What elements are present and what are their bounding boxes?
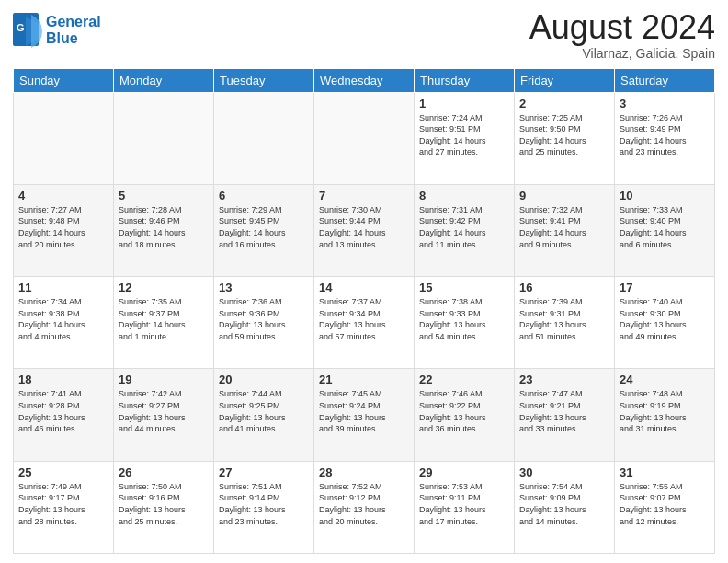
calendar-cell: 7Sunrise: 7:30 AM Sunset: 9:44 PM Daylig… — [314, 184, 415, 276]
day-number: 5 — [119, 189, 209, 202]
page-header: G General Blue August 2024 Vilarnaz, Gal… — [13, 9, 715, 61]
day-info: Sunrise: 7:42 AM Sunset: 9:27 PM Dayligh… — [119, 388, 209, 434]
calendar-cell: 4Sunrise: 7:27 AM Sunset: 9:48 PM Daylig… — [14, 184, 114, 276]
day-info: Sunrise: 7:44 AM Sunset: 9:25 PM Dayligh… — [219, 388, 309, 434]
calendar-cell: 31Sunrise: 7:55 AM Sunset: 9:07 PM Dayli… — [615, 461, 715, 553]
day-info: Sunrise: 7:34 AM Sunset: 9:38 PM Dayligh… — [18, 296, 108, 342]
day-number: 21 — [319, 373, 409, 386]
day-info: Sunrise: 7:32 AM Sunset: 9:41 PM Dayligh… — [519, 204, 609, 250]
day-number: 14 — [319, 281, 409, 294]
header-monday: Monday — [114, 68, 214, 92]
day-number: 23 — [519, 373, 609, 386]
calendar-cell: 23Sunrise: 7:47 AM Sunset: 9:21 PM Dayli… — [515, 369, 615, 461]
day-number: 22 — [419, 373, 509, 386]
day-number: 7 — [319, 189, 409, 202]
day-number: 19 — [119, 373, 209, 386]
day-number: 26 — [119, 465, 209, 479]
day-info: Sunrise: 7:50 AM Sunset: 9:16 PM Dayligh… — [119, 481, 209, 527]
day-number: 4 — [18, 189, 108, 202]
calendar-cell: 16Sunrise: 7:39 AM Sunset: 9:31 PM Dayli… — [515, 277, 615, 369]
calendar-cell: 6Sunrise: 7:29 AM Sunset: 9:45 PM Daylig… — [214, 184, 314, 276]
day-number: 16 — [519, 281, 609, 294]
calendar-cell: 25Sunrise: 7:49 AM Sunset: 9:17 PM Dayli… — [14, 461, 114, 553]
day-number: 10 — [620, 189, 710, 202]
day-info: Sunrise: 7:24 AM Sunset: 9:51 PM Dayligh… — [419, 112, 509, 158]
calendar-cell — [214, 92, 314, 184]
calendar-cell: 15Sunrise: 7:38 AM Sunset: 9:33 PM Dayli… — [415, 277, 515, 369]
day-info: Sunrise: 7:35 AM Sunset: 9:37 PM Dayligh… — [119, 296, 209, 342]
header-thursday: Thursday — [415, 68, 515, 92]
header-sunday: Sunday — [14, 68, 114, 92]
day-number: 2 — [519, 97, 609, 110]
calendar-cell: 1Sunrise: 7:24 AM Sunset: 9:51 PM Daylig… — [415, 92, 515, 184]
calendar-cell: 29Sunrise: 7:53 AM Sunset: 9:11 PM Dayli… — [415, 461, 515, 553]
day-number: 6 — [219, 189, 309, 202]
header-saturday: Saturday — [615, 68, 715, 92]
day-info: Sunrise: 7:37 AM Sunset: 9:34 PM Dayligh… — [319, 296, 409, 342]
calendar-cell: 28Sunrise: 7:52 AM Sunset: 9:12 PM Dayli… — [314, 461, 415, 553]
header-row: SundayMondayTuesdayWednesdayThursdayFrid… — [14, 68, 715, 92]
day-info: Sunrise: 7:33 AM Sunset: 9:40 PM Dayligh… — [620, 204, 710, 250]
header-friday: Friday — [515, 68, 615, 92]
calendar-cell: 12Sunrise: 7:35 AM Sunset: 9:37 PM Dayli… — [114, 277, 214, 369]
week-row-5: 25Sunrise: 7:49 AM Sunset: 9:17 PM Dayli… — [14, 461, 715, 553]
calendar-cell: 8Sunrise: 7:31 AM Sunset: 9:42 PM Daylig… — [415, 184, 515, 276]
calendar-cell: 24Sunrise: 7:48 AM Sunset: 9:19 PM Dayli… — [615, 369, 715, 461]
calendar-cell: 17Sunrise: 7:40 AM Sunset: 9:30 PM Dayli… — [615, 277, 715, 369]
calendar-cell: 26Sunrise: 7:50 AM Sunset: 9:16 PM Dayli… — [114, 461, 214, 553]
day-info: Sunrise: 7:29 AM Sunset: 9:45 PM Dayligh… — [219, 204, 309, 250]
day-info: Sunrise: 7:30 AM Sunset: 9:44 PM Dayligh… — [319, 204, 409, 250]
day-info: Sunrise: 7:28 AM Sunset: 9:46 PM Dayligh… — [119, 204, 209, 250]
day-info: Sunrise: 7:53 AM Sunset: 9:11 PM Dayligh… — [419, 481, 509, 527]
day-number: 20 — [219, 373, 309, 386]
day-info: Sunrise: 7:55 AM Sunset: 9:07 PM Dayligh… — [620, 481, 710, 527]
logo-blue: Blue — [46, 30, 101, 47]
week-row-2: 4Sunrise: 7:27 AM Sunset: 9:48 PM Daylig… — [14, 184, 715, 276]
calendar-cell: 14Sunrise: 7:37 AM Sunset: 9:34 PM Dayli… — [314, 277, 415, 369]
day-number: 30 — [519, 465, 609, 479]
day-info: Sunrise: 7:45 AM Sunset: 9:24 PM Dayligh… — [319, 388, 409, 434]
day-number: 8 — [419, 189, 509, 202]
day-info: Sunrise: 7:31 AM Sunset: 9:42 PM Dayligh… — [419, 204, 509, 250]
logo-general: General — [46, 14, 101, 30]
day-number: 15 — [419, 281, 509, 294]
day-number: 3 — [620, 97, 710, 110]
day-number: 12 — [119, 281, 209, 294]
day-number: 18 — [18, 373, 108, 386]
day-info: Sunrise: 7:26 AM Sunset: 9:49 PM Dayligh… — [620, 112, 710, 158]
calendar-cell — [14, 92, 114, 184]
week-row-1: 1Sunrise: 7:24 AM Sunset: 9:51 PM Daylig… — [14, 92, 715, 184]
calendar-cell — [114, 92, 214, 184]
calendar-cell: 30Sunrise: 7:54 AM Sunset: 9:09 PM Dayli… — [515, 461, 615, 553]
day-info: Sunrise: 7:25 AM Sunset: 9:50 PM Dayligh… — [519, 112, 609, 158]
day-info: Sunrise: 7:51 AM Sunset: 9:14 PM Dayligh… — [219, 481, 309, 527]
calendar-title: August 2024 — [529, 9, 715, 46]
day-info: Sunrise: 7:27 AM Sunset: 9:48 PM Dayligh… — [18, 204, 108, 250]
week-row-4: 18Sunrise: 7:41 AM Sunset: 9:28 PM Dayli… — [14, 369, 715, 461]
calendar-cell: 13Sunrise: 7:36 AM Sunset: 9:36 PM Dayli… — [214, 277, 314, 369]
day-info: Sunrise: 7:47 AM Sunset: 9:21 PM Dayligh… — [519, 388, 609, 434]
day-number: 29 — [419, 465, 509, 479]
day-info: Sunrise: 7:49 AM Sunset: 9:17 PM Dayligh… — [18, 481, 108, 527]
calendar-cell: 2Sunrise: 7:25 AM Sunset: 9:50 PM Daylig… — [515, 92, 615, 184]
calendar-subtitle: Vilarnaz, Galicia, Spain — [529, 46, 715, 61]
calendar-cell: 22Sunrise: 7:46 AM Sunset: 9:22 PM Dayli… — [415, 369, 515, 461]
title-block: August 2024 Vilarnaz, Galicia, Spain — [529, 9, 715, 61]
calendar-table: SundayMondayTuesdayWednesdayThursdayFrid… — [13, 68, 715, 554]
calendar-cell: 5Sunrise: 7:28 AM Sunset: 9:46 PM Daylig… — [114, 184, 214, 276]
day-info: Sunrise: 7:39 AM Sunset: 9:31 PM Dayligh… — [519, 296, 609, 342]
calendar-cell: 9Sunrise: 7:32 AM Sunset: 9:41 PM Daylig… — [515, 184, 615, 276]
calendar-cell: 21Sunrise: 7:45 AM Sunset: 9:24 PM Dayli… — [314, 369, 415, 461]
calendar-cell — [314, 92, 415, 184]
day-number: 13 — [219, 281, 309, 294]
day-info: Sunrise: 7:41 AM Sunset: 9:28 PM Dayligh… — [18, 388, 108, 434]
day-info: Sunrise: 7:54 AM Sunset: 9:09 PM Dayligh… — [519, 481, 609, 527]
calendar-cell: 27Sunrise: 7:51 AM Sunset: 9:14 PM Dayli… — [214, 461, 314, 553]
day-number: 25 — [18, 465, 108, 479]
calendar-cell: 11Sunrise: 7:34 AM Sunset: 9:38 PM Dayli… — [14, 277, 114, 369]
day-info: Sunrise: 7:48 AM Sunset: 9:19 PM Dayligh… — [620, 388, 710, 434]
day-number: 17 — [620, 281, 710, 294]
header-tuesday: Tuesday — [214, 68, 314, 92]
calendar-cell: 3Sunrise: 7:26 AM Sunset: 9:49 PM Daylig… — [615, 92, 715, 184]
logo: G General Blue — [13, 13, 101, 48]
